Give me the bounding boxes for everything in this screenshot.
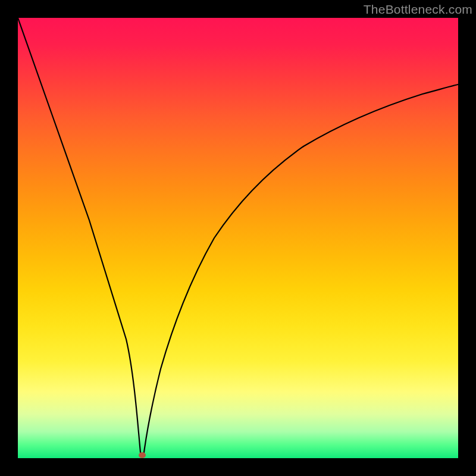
chart-plot-area — [18, 18, 458, 458]
curve-layer — [18, 18, 458, 458]
bottleneck-curve — [18, 18, 458, 455]
chart-frame: TheBottleneck.com — [0, 0, 476, 476]
minimum-marker — [139, 452, 146, 458]
watermark-text: TheBottleneck.com — [364, 2, 472, 17]
